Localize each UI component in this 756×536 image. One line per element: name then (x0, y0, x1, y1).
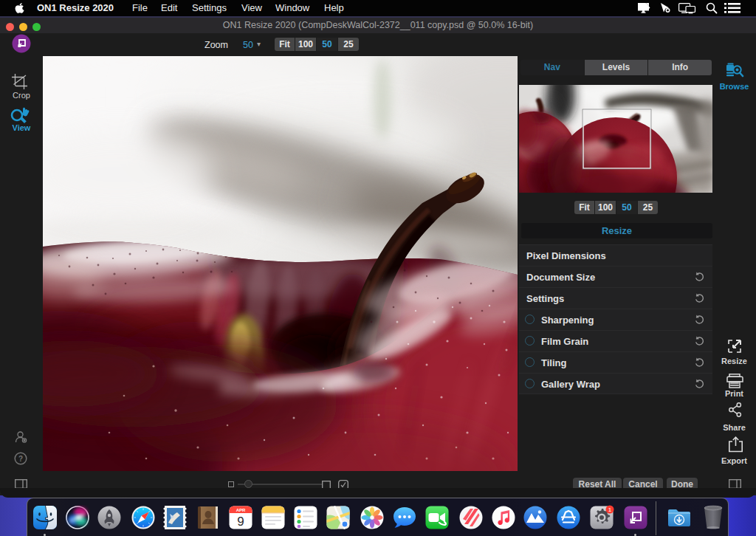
svg-text:9: 9 (237, 515, 244, 529)
svg-text:?: ? (18, 455, 23, 463)
svg-text:1: 1 (608, 506, 612, 513)
svg-text:APR: APR (236, 508, 246, 512)
